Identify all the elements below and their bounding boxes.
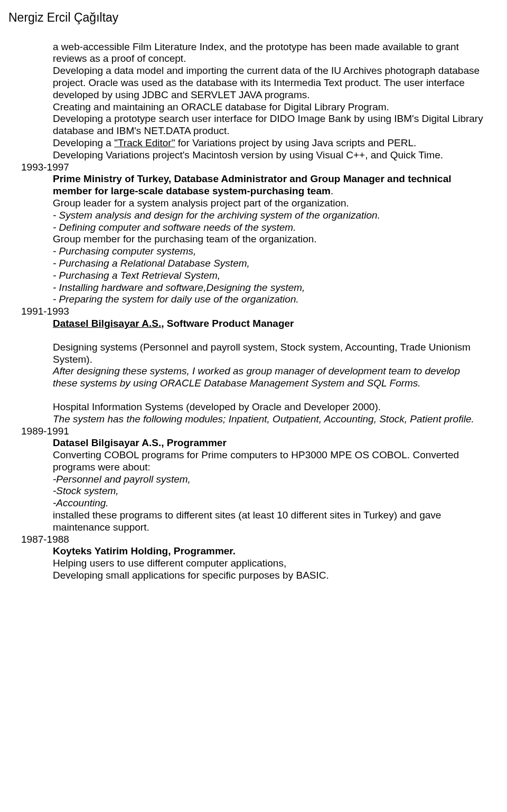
job3-year: 1989-1991 bbox=[21, 426, 486, 438]
job1-line-7: - Purchasing a Text Retrieval System, bbox=[53, 270, 486, 282]
job1-line-8: - Installing hardware and software,Desig… bbox=[53, 282, 486, 294]
job3-title: Datasel Bilgisayar A.S., Programmer bbox=[53, 437, 486, 449]
job1-line-4: Group member for the purchasing team of … bbox=[53, 233, 486, 246]
job3-line-2: -Stock system, bbox=[53, 485, 486, 497]
intro-p5-post: for Variations project by using Java scr… bbox=[175, 137, 416, 148]
intro-paragraph-6: Developing Variations project's Macintos… bbox=[53, 149, 486, 162]
job2-paragraph-4: The system has the following modules; In… bbox=[53, 413, 486, 426]
job3-line-3: -Accounting. bbox=[53, 497, 486, 509]
job2-year: 1991-1993 bbox=[21, 306, 486, 318]
job1-title: Prime Ministry of Turkey, Database Admin… bbox=[53, 173, 486, 197]
intro-paragraph-4: Developing a prototype search user inter… bbox=[53, 113, 486, 137]
job1-title-bold: Prime Ministry of Turkey, Database Admin… bbox=[53, 173, 452, 196]
job3-line-1: -Personnel and payroll system, bbox=[53, 474, 486, 486]
page-header-name: Nergiz Ercil Çağıltay bbox=[8, 11, 486, 25]
job4-year: 1987-1988 bbox=[21, 534, 486, 546]
job4-paragraph-2: Developing small applications for specif… bbox=[53, 570, 486, 582]
intro-paragraph-1: a web-accessible Film Literature Index, … bbox=[53, 41, 486, 65]
job4-title: Koyteks Yatirim Holding, Programmer. bbox=[53, 545, 486, 558]
job1-line-3: - Defining computer and software needs o… bbox=[53, 222, 486, 234]
intro-paragraph-5: Developing a "Track Editor" for Variatio… bbox=[53, 137, 486, 149]
job2-paragraph-1: Designing systems (Personnel and payroll… bbox=[53, 342, 486, 366]
datasel-link[interactable]: Datasel Bilgisayar A.S. bbox=[53, 318, 161, 329]
job1-line-5: - Purchasing computer systems, bbox=[53, 246, 486, 258]
intro-paragraph-2: Developing a data model and importing th… bbox=[53, 65, 486, 101]
job2-paragraph-2: After designing these systems, I worked … bbox=[53, 365, 486, 390]
job1-line-1: Group leader for a system analysis proje… bbox=[53, 197, 486, 210]
job2-title: Datasel Bilgisayar A.S., Software Produc… bbox=[53, 318, 486, 330]
job4-paragraph-1: Helping users to use different computer … bbox=[53, 558, 486, 570]
job1-line-6: - Purchasing a Relational Database Syste… bbox=[53, 258, 486, 270]
job3-paragraph-1: Converting COBOL programs for Prime comp… bbox=[53, 449, 486, 474]
document-content: a web-accessible Film Literature Index, … bbox=[53, 41, 486, 582]
job2-title-rest: , Software Product Manager bbox=[161, 318, 294, 329]
track-editor-link[interactable]: "Track Editor" bbox=[114, 137, 175, 148]
intro-p5-pre: Developing a bbox=[53, 137, 114, 148]
job3-paragraph-2: installed these programs to different si… bbox=[53, 509, 486, 534]
job1-title-end: . bbox=[331, 185, 333, 196]
job1-line-2: - System analysis and design for the arc… bbox=[53, 210, 486, 222]
job1-year: 1993-1997 bbox=[21, 162, 486, 174]
job2-paragraph-3: Hospital Information Systems (developed … bbox=[53, 401, 486, 413]
job1-line-9: - Preparing the system for daily use of … bbox=[53, 294, 486, 306]
intro-paragraph-3: Creating and maintaining an ORACLE datab… bbox=[53, 101, 486, 114]
